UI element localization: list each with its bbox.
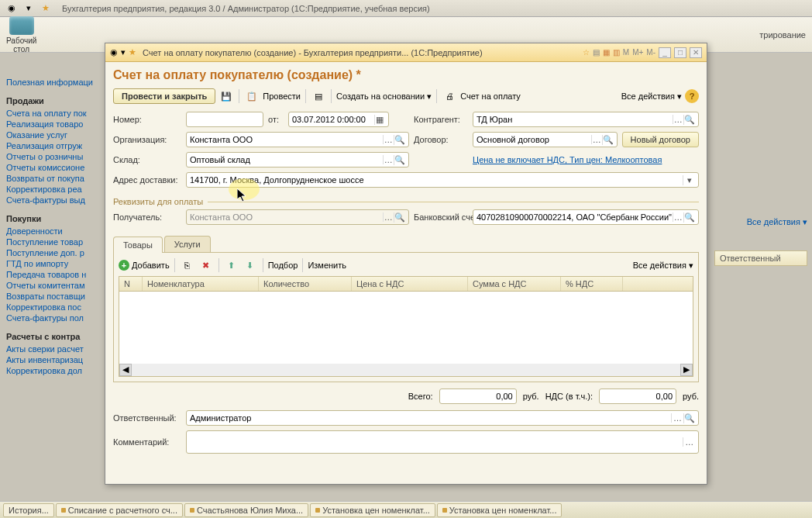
scroll-left-icon[interactable]: ◀ — [119, 364, 132, 376]
goods-grid[interactable]: N Номенклатура Количество Цена с НДС Сум… — [119, 276, 693, 377]
window-dropdown-icon[interactable]: ▾ — [121, 47, 126, 57]
search-icon[interactable]: 🔍 — [683, 413, 695, 423]
all-actions-link[interactable]: Все действия ▾ — [714, 217, 807, 227]
provesti-icon[interactable]: 📋 — [244, 88, 260, 104]
window-star-icon[interactable]: ★ — [129, 47, 136, 57]
responsible-input[interactable]: …🔍 — [186, 410, 699, 426]
close-button[interactable]: ✕ — [690, 47, 702, 58]
dropdown-icon[interactable]: ▾ — [683, 175, 695, 185]
tb-mminus-icon[interactable]: M- — [646, 48, 655, 57]
nav-link[interactable]: Счета-фактуры пол — [6, 313, 115, 323]
contract-input[interactable]: …🔍 — [473, 132, 618, 147]
nds-input[interactable] — [599, 388, 676, 404]
desktop-button[interactable]: Рабочийстол — [6, 16, 36, 54]
minimize-button[interactable]: _ — [659, 47, 671, 58]
select-icon[interactable]: … — [383, 155, 394, 164]
move-up-icon[interactable]: ⬆ — [224, 257, 239, 273]
star-icon[interactable]: ★ — [39, 2, 53, 16]
invoice-print-button[interactable]: Счет на оплату — [460, 92, 521, 101]
nav-link[interactable]: Возвраты от покупа — [6, 174, 115, 183]
tb-calendar-icon[interactable]: ▥ — [613, 48, 620, 57]
nav-link[interactable]: Реализация товаро — [6, 119, 115, 129]
nav-link[interactable]: Поступление товар — [6, 237, 115, 247]
nav-link[interactable]: ГТД по импорту — [6, 259, 115, 268]
col-n[interactable]: N — [119, 277, 143, 291]
org-input[interactable]: …🔍 — [186, 132, 409, 147]
number-input[interactable] — [186, 112, 263, 127]
select-icon[interactable]: … — [383, 135, 394, 144]
horizontal-scrollbar[interactable]: ◀ ▶ — [119, 364, 693, 376]
dropdown-icon[interactable]: ▾ — [22, 2, 36, 16]
tb-calc-icon[interactable]: ▦ — [603, 48, 610, 57]
nav-link[interactable]: Передача товаров н — [6, 270, 115, 279]
search-icon[interactable]: 🔍 — [394, 135, 405, 145]
history-button[interactable]: История... — [3, 503, 54, 517]
tab-services[interactable]: Услуги — [164, 236, 211, 252]
select-icon[interactable]: … — [673, 212, 683, 222]
edit-button[interactable]: Изменить — [308, 261, 346, 270]
select-icon[interactable]: … — [683, 437, 695, 447]
nav-link[interactable]: Акты инвентаризац — [6, 355, 115, 364]
nav-link[interactable]: Реализация отгруж — [6, 141, 115, 150]
nav-link[interactable]: Отчеты комитентам — [6, 281, 115, 290]
nav-link[interactable]: Возвраты поставщи — [6, 292, 115, 301]
doc-icon[interactable]: ▤ — [311, 88, 326, 104]
calendar-icon[interactable]: ▦ — [374, 115, 385, 125]
search-icon[interactable]: 🔍 — [602, 135, 614, 145]
search-icon[interactable]: 🔍 — [683, 115, 695, 125]
counterparty-input[interactable]: …🔍 — [473, 112, 699, 127]
new-contract-button[interactable]: Новый договор — [622, 132, 699, 147]
tb-star-icon[interactable]: ☆ — [583, 48, 590, 57]
tab-goods[interactable]: Товары — [113, 237, 163, 253]
select-icon[interactable]: … — [591, 135, 602, 144]
task-button[interactable]: Установка цен номенклат... — [437, 503, 563, 517]
nav-link[interactable]: Корректировка пос — [6, 302, 115, 312]
nav-link[interactable]: Отчеты комиссионе — [6, 163, 115, 172]
col-price[interactable]: Цена с НДС — [352, 277, 468, 291]
comment-input[interactable]: … — [186, 430, 699, 454]
delete-icon[interactable]: ✖ — [198, 257, 214, 273]
bank-input[interactable]: …🔍 — [473, 209, 699, 225]
save-icon[interactable]: 💾 — [218, 88, 234, 104]
search-icon[interactable]: 🔍 — [394, 212, 405, 223]
search-icon[interactable]: 🔍 — [683, 212, 695, 223]
copy-icon[interactable]: ⎘ — [180, 257, 195, 273]
price-info-link[interactable]: Цена не включает НДС, Тип цен: Мелкоопто… — [473, 155, 662, 164]
nav-link[interactable]: Оказание услуг — [6, 130, 115, 140]
provesti-label[interactable]: Провести — [263, 92, 301, 101]
select-icon[interactable]: … — [383, 212, 394, 222]
warehouse-input[interactable]: …🔍 — [186, 152, 409, 167]
app-logo-icon[interactable]: ◉ — [5, 2, 19, 16]
recipient-input[interactable]: …🔍 — [186, 209, 409, 225]
move-down-icon[interactable]: ⬇ — [243, 257, 258, 273]
nav-link[interactable]: Счета-фактуры выд — [6, 195, 115, 205]
nav-link[interactable]: Отчеты о розничны — [6, 152, 115, 161]
task-button[interactable]: Списание с расчетного сч... — [56, 503, 183, 517]
search-icon[interactable]: 🔍 — [394, 155, 405, 165]
help-icon[interactable]: ? — [685, 89, 699, 103]
select-icon[interactable]: … — [671, 413, 683, 423]
nav-link[interactable]: Поступление доп. р — [6, 248, 115, 257]
nav-link[interactable]: Счета на оплату пок — [6, 109, 115, 118]
scroll-right-icon[interactable]: ▶ — [680, 364, 693, 376]
nav-link[interactable]: Корректировка реа — [6, 185, 115, 194]
nav-link[interactable]: Доверенности — [6, 226, 115, 236]
useful-info-link[interactable]: Полезная информаци — [6, 78, 115, 87]
nav-link[interactable]: Акты сверки расчет — [6, 344, 115, 354]
col-nomenclature[interactable]: Номенклатура — [143, 277, 259, 291]
tb-mplus-icon[interactable]: M+ — [632, 48, 643, 57]
table-all-actions-button[interactable]: Все действия ▾ — [633, 261, 693, 271]
select-icon[interactable]: … — [673, 115, 683, 124]
maximize-button[interactable]: □ — [674, 47, 686, 58]
all-actions-button[interactable]: Все действия ▾ — [621, 92, 682, 102]
address-input[interactable]: ▾ — [186, 172, 699, 188]
date-input[interactable]: ▦ — [288, 112, 389, 127]
nav-link[interactable]: Корректировка дол — [6, 366, 115, 375]
print-icon[interactable]: 🖨 — [442, 88, 457, 104]
add-row-button[interactable]: +Добавить — [119, 260, 170, 271]
col-sum[interactable]: Сумма с НДС — [468, 277, 561, 291]
create-on-basis-button[interactable]: Создать на основании ▾ — [336, 92, 432, 102]
task-button[interactable]: Счастьянова Юлия Миха... — [184, 503, 308, 517]
window-logo-icon[interactable]: ◉ — [110, 47, 118, 57]
col-vat[interactable]: % НДС — [561, 277, 623, 291]
